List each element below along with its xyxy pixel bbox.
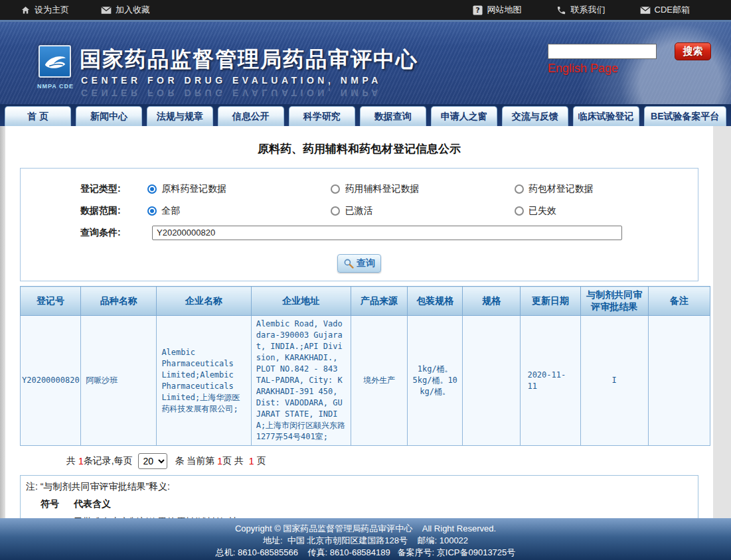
pagination-current-page: 1 xyxy=(217,456,222,466)
set-homepage-label: 设为主页 xyxy=(35,4,69,16)
cell-product-name: 阿哌沙班 xyxy=(81,316,157,446)
option-activated-label: 已激活 xyxy=(345,205,372,217)
radio-excipient-data[interactable] xyxy=(331,184,340,194)
cell-update-date: 2020-11-11 xyxy=(521,316,580,446)
page-size-select[interactable]: 20 xyxy=(138,453,167,469)
option-all[interactable]: 全部 xyxy=(147,205,331,217)
query-condition-row: 查询条件: xyxy=(21,222,698,244)
cell-company-address: Alembic Road, Vadodara-390003 Gujarat, I… xyxy=(251,316,351,446)
nav-tab-disclosure[interactable]: 信息公开 xyxy=(218,106,284,126)
cell-remarks xyxy=(648,316,710,446)
query-condition-input[interactable] xyxy=(152,226,622,240)
submit-row: 查询 xyxy=(21,254,698,273)
col-company-address: 企业地址 xyxy=(251,287,351,316)
data-scope-row: 数据范围: 全部 已激活 已失效 xyxy=(21,200,698,222)
results-table: 登记号 品种名称 企业名称 企业地址 产品来源 包装规格 规格 更新日期 与制剂… xyxy=(20,286,710,446)
cell-registration-no: Y20200000820 xyxy=(21,316,81,446)
nav-tab-regulations[interactable]: 法规与规章 xyxy=(147,106,213,126)
svg-text:?: ? xyxy=(475,6,480,15)
site-title-reflection: CENTER FOR DRUG EVALUATION, NMPA xyxy=(81,88,382,98)
nav-tab-feedback[interactable]: 交流与反馈 xyxy=(502,106,568,126)
pagination-records-label: 条记录,每页 xyxy=(84,455,133,467)
option-all-label: 全部 xyxy=(161,205,180,217)
option-activated[interactable]: 已激活 xyxy=(331,205,514,217)
col-joint-review-result: 与制剂共同审评审批结果 xyxy=(580,287,648,316)
nav-tab-be-platform[interactable]: BE试验备案平台 xyxy=(644,106,726,126)
option-packaging-data[interactable]: 药包材登记数据 xyxy=(515,183,698,195)
nav-tab-data-query[interactable]: 数据查询 xyxy=(360,106,426,126)
option-excipient-data-label: 药用辅料登记数据 xyxy=(345,183,419,195)
nmpa-cde-logo[interactable] xyxy=(39,45,71,78)
pagination-bar: 共 1 条记录,每页 20 条 当前第 1 页 共 1 页 xyxy=(20,453,698,470)
nav-tab-research[interactable]: 科学研究 xyxy=(289,106,355,126)
query-condition-label: 查询条件: xyxy=(80,227,152,239)
contact-link[interactable]: 联系我们 xyxy=(556,4,606,16)
nav-tab-news[interactable]: 新闻中心 xyxy=(76,106,142,126)
footer-address: 地址: 中国 北京市朝阳区建国路128号 邮编: 100022 xyxy=(0,535,731,547)
data-scope-label: 数据范围: xyxy=(80,205,147,217)
radio-api-data[interactable] xyxy=(147,184,157,194)
site-footer: Copyright © 国家药品监督管理局药品审评中心 All Right Re… xyxy=(0,518,731,560)
cell-packaging-spec: 1kg/桶。5kg/桶。10 kg/桶。 xyxy=(408,316,463,446)
registration-type-row: 登记类型: 原料药登记数据 药用辅料登记数据 药包材登记数据 xyxy=(21,178,698,200)
phone-icon xyxy=(556,5,567,15)
set-homepage-link[interactable]: 设为主页 xyxy=(20,4,69,16)
query-button[interactable]: 查询 xyxy=(337,254,381,273)
legend-meaning-a: 已批准在上市制剂使用的原料/辅料/包材。 xyxy=(74,516,692,519)
cde-mailbox-label: CDE邮箱 xyxy=(655,4,690,16)
add-favorite-label: 加入收藏 xyxy=(116,4,150,16)
radio-all[interactable] xyxy=(147,206,157,216)
nav-tab-clinical-trial[interactable]: 临床试验登记 xyxy=(573,106,639,126)
footer-copyright: Copyright © 国家药品监督管理局药品审评中心 All Right Re… xyxy=(0,523,731,535)
option-api-data[interactable]: 原料药登记数据 xyxy=(147,183,331,195)
pagination-total-records: 1 xyxy=(78,456,84,466)
cde-swoosh-icon xyxy=(42,50,68,74)
option-api-data-label: 原料药登记数据 xyxy=(161,183,226,195)
col-product-name: 品种名称 xyxy=(81,287,157,316)
nav-tab-home[interactable]: 首 页 xyxy=(5,106,71,126)
pagination-unit-label: 条 当前第 xyxy=(173,455,218,467)
col-remarks: 备注 xyxy=(648,287,710,316)
legend-title: 注: “与制剂共同审评审批结果”释义: xyxy=(26,481,692,493)
pagination-page-suffix: 页 xyxy=(254,455,266,467)
nav-tab-applicant[interactable]: 申请人之窗 xyxy=(431,106,497,126)
pagination-total-pages: 1 xyxy=(249,456,254,466)
add-favorite-link[interactable]: 加入收藏 xyxy=(101,4,150,16)
header-search-button[interactable]: 搜索 xyxy=(675,42,711,60)
option-excipient-data[interactable]: 药用辅料登记数据 xyxy=(331,183,514,195)
cde-mailbox-link[interactable]: CDE邮箱 xyxy=(640,4,690,16)
magnifier-icon xyxy=(343,258,354,269)
mail-icon xyxy=(640,5,651,15)
cell-company-name: Alembic Pharmaceuticals Limited;Alembic … xyxy=(157,316,251,446)
legend-notes-box: 注: “与制剂共同审评审批结果”释义: 符号 代表含义 A 已批准在上市制剂使用… xyxy=(20,475,698,518)
legend-symbol-a: A xyxy=(26,517,74,519)
sitemap-label: 网站地图 xyxy=(487,4,522,16)
col-company-name: 企业名称 xyxy=(157,287,251,316)
content-panel: 原料药、药用辅料和药包材登记信息公示 登记类型: 原料药登记数据 药用辅料登记数… xyxy=(5,126,713,518)
site-title-english: CENTER FOR DRUG EVALUATION, NMPA xyxy=(81,75,382,86)
pagination-total-prefix: 共 xyxy=(66,455,78,467)
col-spec: 规格 xyxy=(463,287,521,316)
header-search-input[interactable] xyxy=(548,44,657,59)
legend-meaning-header: 代表含义 xyxy=(74,498,692,510)
home-icon xyxy=(20,5,31,15)
footer-phone: 总机: 8610-68585566 传真: 8610-68584189 备案序号… xyxy=(0,547,731,559)
option-expired-label: 已失效 xyxy=(528,205,556,217)
english-page-link[interactable]: English Page xyxy=(548,62,618,76)
site-header: NMPA CDE 国家药品监督管理局药品审评中心 CENTER FOR DRUG… xyxy=(0,20,731,104)
cell-joint-review-result: I xyxy=(580,316,648,446)
cell-product-source: 境外生产 xyxy=(351,316,407,446)
content-background: 原料药、药用辅料和药包材登记信息公示 登记类型: 原料药登记数据 药用辅料登记数… xyxy=(0,126,731,518)
radio-activated[interactable] xyxy=(331,206,340,216)
cell-spec xyxy=(463,316,521,446)
query-form: 登记类型: 原料药登记数据 药用辅料登记数据 药包材登记数据 数据范围: 全部 xyxy=(20,168,698,281)
radio-packaging-data[interactable] xyxy=(515,184,524,194)
radio-expired[interactable] xyxy=(515,206,524,216)
option-expired[interactable]: 已失效 xyxy=(515,205,698,217)
col-registration-no: 登记号 xyxy=(21,287,81,316)
col-update-date: 更新日期 xyxy=(521,287,580,316)
main-navigation: 首 页 新闻中心 法规与规章 信息公开 科学研究 数据查询 申请人之窗 交流与反… xyxy=(0,104,731,126)
question-icon: ? xyxy=(473,5,483,15)
sitemap-link[interactable]: ? 网站地图 xyxy=(473,4,522,16)
legend-item-a: A 已批准在上市制剂使用的原料/辅料/包材。 xyxy=(26,515,692,518)
